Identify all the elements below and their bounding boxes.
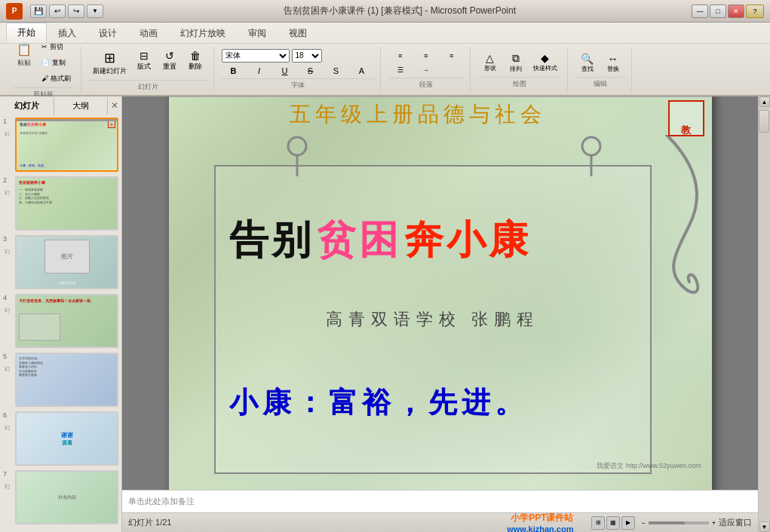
slide-thumb-1[interactable]: 告别贫困奔小康 高青双语学校 张鹏程 小康：富裕，先进。 教 — [15, 118, 118, 172]
reset-button[interactable]: ↺ 重置 — [158, 47, 182, 78]
save-button[interactable]: 💾 — [30, 5, 47, 18]
tab-animation[interactable]: 动画 — [128, 23, 169, 43]
customize-button[interactable]: ▼ — [87, 5, 103, 18]
paste-button[interactable]: 📋 粘贴 — [12, 40, 36, 86]
format-painter-button[interactable]: 🖌 格式刷 — [38, 72, 75, 86]
hanger-left-svg — [286, 131, 308, 176]
tab-slideshow[interactable]: 幻灯片放映 — [169, 23, 237, 43]
title-gabie: 告别 — [229, 214, 314, 267]
sidebar-tab-slides[interactable]: 幻灯片 — [0, 97, 54, 115]
para-controls: ≡ ≡ ≡ ☰ → — [388, 50, 464, 76]
strikethrough-button[interactable]: S — [299, 65, 323, 77]
replace-label: 替换 — [607, 65, 619, 73]
slide-thumb-6[interactable]: 谢谢 观看 — [15, 411, 118, 466]
list-button[interactable]: ☰ — [388, 64, 413, 76]
font-size-select[interactable]: 18 — [292, 49, 322, 63]
vertical-scrollbar[interactable]: ▲ ▼ — [758, 96, 770, 532]
align-right-button[interactable]: ≡ — [440, 50, 464, 62]
scroll-thumb[interactable] — [759, 110, 769, 133]
svg-point-0 — [288, 137, 306, 155]
notes-area[interactable]: 单击此处添加备注 — [122, 490, 758, 512]
font-color-button[interactable]: A — [350, 65, 374, 77]
shapes-label: 形状 — [484, 64, 496, 72]
undo-button[interactable]: ↩ — [49, 5, 66, 18]
slide-item-2[interactable]: 2 幻 告别贫困奔小康 一、听说多老农家二、令公小康家三、实践人生活的变化四、小… — [3, 176, 118, 231]
slide-thumb-4[interactable]: 卡打老有老表，无穷故事吗！台太家讲一讲。 — [15, 294, 118, 348]
drawing-buttons: △ 形状 ⧉ 排列 ◆ 快速样式 — [478, 50, 561, 75]
maximize-button[interactable]: □ — [710, 5, 726, 18]
slide-num-6: 6 幻 — [3, 411, 12, 420]
slide-thumb-5[interactable]: 文字内容区域...贫困到小康的变化家庭收入对比生活质量提升教育医疗改善 — [15, 353, 118, 407]
copy-button[interactable]: 📄 复制 — [38, 56, 75, 70]
reset-label: 重置 — [163, 62, 176, 72]
cut-copy-group: ✂ 剪切 📄 复制 🖌 格式刷 — [38, 40, 75, 86]
new-slide-button[interactable]: ⊞ 新建幻灯片 — [89, 47, 130, 78]
zoom-slider[interactable] — [649, 521, 709, 524]
zoom-out-button[interactable]: − — [641, 519, 645, 527]
minimize-button[interactable]: — — [692, 5, 708, 18]
layout-button[interactable]: ⊟ 版式 — [132, 47, 156, 78]
underline-button[interactable]: U — [273, 65, 297, 77]
indent-button[interactable]: → — [414, 64, 438, 76]
align-center-button[interactable]: ≡ — [414, 50, 438, 62]
slide-stamp: 教 — [668, 100, 704, 136]
slide-item-6[interactable]: 6 幻 谢谢 观看 — [3, 411, 118, 466]
scroll-down-button[interactable]: ▼ — [759, 521, 770, 532]
content-main: 教 五年级上册品德与社会 — [122, 96, 758, 532]
quick-styles-button[interactable]: ◆ 快速样式 — [529, 50, 561, 75]
arrange-button[interactable]: ⧉ 排列 — [504, 50, 528, 75]
thumb4-image — [19, 313, 60, 341]
close-button[interactable]: ✕ — [728, 5, 744, 18]
zoom-bar: − + 适应窗口 — [641, 517, 752, 528]
shadow-button[interactable]: S — [324, 65, 348, 77]
tab-review[interactable]: 审阅 — [237, 23, 278, 43]
help-button[interactable]: ? — [746, 5, 764, 18]
scroll-up-button[interactable]: ▲ — [759, 96, 770, 107]
zoom-in-button[interactable]: + — [712, 519, 716, 527]
slide-thumb-7[interactable]: 补充内容 — [15, 470, 118, 524]
slide-list: 1 幻 告别贫困奔小康 高青双语学校 张鹏程 小康：富裕，先进。 教 — [0, 115, 121, 532]
delete-button[interactable]: 🗑 删除 — [183, 47, 207, 78]
slide-thumb-2[interactable]: 告别贫困奔小康 一、听说多老农家二、令公小康家三、实践人生活的变化四、小康生活的… — [15, 176, 118, 231]
tab-design[interactable]: 设计 — [87, 23, 128, 43]
slide-top-bar — [169, 96, 712, 97]
shapes-button[interactable]: △ 形状 — [478, 50, 502, 75]
status-right: 小学PPT课件站 www.kjzhan.com ⊞ ▦ ▶ − + — [507, 512, 752, 532]
font-group-label: 字体 — [222, 78, 374, 90]
scroll-track[interactable] — [759, 107, 771, 521]
bold-button[interactable]: B — [222, 65, 246, 77]
thumb1-topbar — [17, 119, 117, 121]
sidebar-tab-outline[interactable]: 大纲 — [54, 97, 109, 115]
status-bar: 幻灯片 1/21 小学PPT课件站 www.kjzhan.com ⊞ ▦ ▶ − — [122, 512, 758, 532]
thumb3-image: 图片 — [44, 240, 90, 274]
slide-container[interactable]: 教 五年级上册品德与社会 — [122, 96, 758, 490]
normal-view-button[interactable]: ⊞ — [591, 516, 605, 530]
align-left-button[interactable]: ≡ — [388, 50, 413, 62]
slide-item-4[interactable]: 4 幻 卡打老有老表，无穷故事吗！台太家讲一讲。 — [3, 294, 118, 348]
editing-buttons: 🔍 查找 ↔ 替换 — [575, 50, 625, 75]
thumb2-title: 告别贫困奔小康 — [19, 180, 115, 185]
slide-sorter-button[interactable]: ▦ — [606, 516, 620, 530]
slide-item-3[interactable]: 3 幻 图片 小康生活场景 — [3, 235, 118, 289]
slide-title-row: 告别 贫困 奔小康 — [229, 214, 637, 267]
slide-item-1[interactable]: 1 幻 告别贫困奔小康 高青双语学校 张鹏程 小康：富裕，先进。 教 — [3, 118, 118, 172]
slideshow-button[interactable]: ▶ — [621, 516, 635, 530]
main-slide[interactable]: 教 五年级上册品德与社会 — [169, 96, 712, 490]
tab-view[interactable]: 视图 — [278, 23, 318, 43]
sidebar-close-button[interactable]: ✕ — [108, 96, 121, 115]
replace-icon: ↔ — [608, 53, 618, 65]
italic-button[interactable]: I — [247, 65, 271, 77]
slide-item-5[interactable]: 5 幻 文字内容区域...贫困到小康的变化家庭收入对比生活质量提升教育医疗改善 — [3, 353, 118, 407]
thumb5-body: 文字内容区域...贫困到小康的变化家庭收入对比生活质量提升教育医疗改善 — [19, 356, 115, 378]
hanger-right-svg — [580, 131, 603, 176]
redo-button[interactable]: ↪ — [68, 5, 84, 18]
slide-num-1: 1 幻 — [3, 118, 12, 127]
replace-button[interactable]: ↔ 替换 — [601, 50, 625, 75]
ribbon-group-slides: ⊞ 新建幻灯片 ⊟ 版式 ↺ 重置 🗑 删除 幻灯片 — [83, 47, 214, 92]
slide-thumb-3[interactable]: 图片 小康生活场景 — [15, 235, 118, 289]
font-family-select[interactable]: 宋体 — [222, 49, 290, 63]
slide-item-7[interactable]: 7 幻 补充内容 — [3, 470, 118, 524]
find-button[interactable]: 🔍 查找 — [575, 50, 600, 75]
ribbon-tab-bar: 开始 插入 设计 动画 幻灯片放映 审阅 视图 — [0, 23, 770, 44]
cut-button[interactable]: ✂ 剪切 — [38, 40, 75, 54]
